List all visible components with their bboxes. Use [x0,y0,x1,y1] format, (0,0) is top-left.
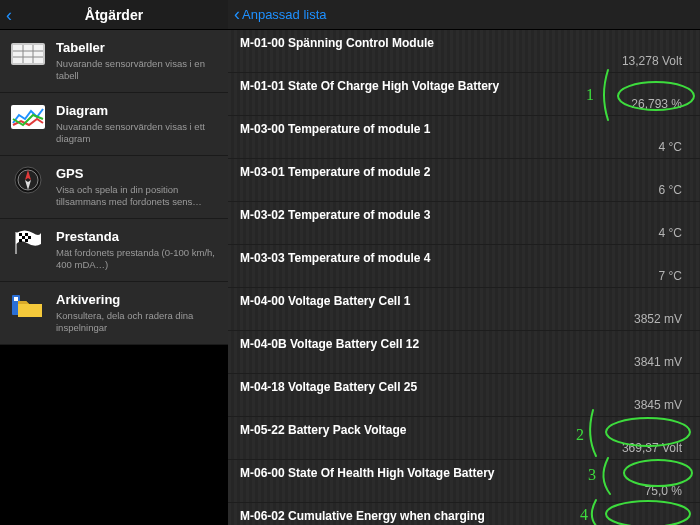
row-label: M-03-03 Temperature of module 4 [240,251,682,265]
list-item[interactable]: M-04-18 Voltage Battery Cell 25 3845 mV [228,374,700,417]
list-item[interactable]: M-01-00 Spänning Control Module 13,278 V… [228,30,700,73]
folder-icon [10,292,46,320]
row-value: 3841 mV [240,355,682,369]
row-label: M-01-00 Spänning Control Module [240,36,682,50]
list-item[interactable]: M-05-22 Battery Pack Voltage 369,37 Volt [228,417,700,460]
row-label: M-01-01 State Of Charge High Voltage Bat… [240,79,682,93]
sidebar-item-label: Arkivering [56,292,218,308]
row-value: 6 °C [240,183,682,197]
row-value: 75,0 % [240,484,682,498]
chart-icon [10,103,46,131]
list-item[interactable]: M-01-01 State Of Charge High Voltage Bat… [228,73,700,116]
sidebar-item-prestanda[interactable]: Prestanda Mät fordonets prestanda (0-100… [0,219,228,282]
row-value: 3852 mV [240,312,682,326]
list-item[interactable]: M-04-00 Voltage Battery Cell 1 3852 mV [228,288,700,331]
row-value: 7 °C [240,269,682,283]
svg-rect-19 [14,297,18,301]
compass-icon [10,166,46,194]
svg-rect-13 [25,233,28,236]
list-item[interactable]: M-04-0B Voltage Battery Cell 12 3841 mV [228,331,700,374]
sidebar-item-desc: Nuvarande sensorvärden visas i en tabell [56,58,218,82]
list-item[interactable]: M-03-00 Temperature of module 1 4 °C [228,116,700,159]
sidebar-item-label: Tabeller [56,40,218,56]
main-header: ‹ Anpassad lista [228,0,700,30]
row-label: M-06-02 Cumulative Energy when charging [240,509,682,523]
table-icon [10,40,46,68]
row-label: M-03-00 Temperature of module 1 [240,122,682,136]
sidebar-menu: Tabeller Nuvarande sensorvärden visas i … [0,30,228,345]
svg-rect-1 [13,45,43,63]
svg-rect-15 [28,236,31,239]
list-item[interactable]: M-06-02 Cumulative Energy when charging … [228,503,700,525]
svg-rect-16 [19,239,22,242]
row-value: 13,278 Volt [240,54,682,68]
row-label: M-06-00 State Of Health High Voltage Bat… [240,466,682,480]
list-item[interactable]: M-03-01 Temperature of module 2 6 °C [228,159,700,202]
row-value: 4 °C [240,226,682,240]
sidebar-item-label: GPS [56,166,218,182]
sidebar-item-desc: Visa och spela in din position tillsamma… [56,184,218,208]
sidebar-item-label: Prestanda [56,229,218,245]
sidebar-item-arkivering[interactable]: Arkivering Konsultera, dela och radera d… [0,282,228,345]
sidebar-item-tabeller[interactable]: Tabeller Nuvarande sensorvärden visas i … [0,30,228,93]
main-panel: ‹ Anpassad lista M-01-00 Spänning Contro… [228,0,700,525]
row-label: M-03-01 Temperature of module 2 [240,165,682,179]
sidebar-item-label: Diagram [56,103,218,119]
row-value: 4 °C [240,140,682,154]
svg-rect-17 [25,239,28,242]
row-value: 26,793 % [240,97,682,111]
sidebar: ‹ Åtgärder Tabeller Nuvarande sensorvärd… [0,0,228,525]
back-icon[interactable]: ‹ [234,4,240,25]
back-label[interactable]: Anpassad lista [242,7,327,22]
row-label: M-03-02 Temperature of module 3 [240,208,682,222]
svg-rect-14 [22,236,25,239]
svg-rect-12 [19,233,22,236]
sidebar-item-desc: Konsultera, dela och radera dina inspeln… [56,310,218,334]
row-label: M-04-18 Voltage Battery Cell 25 [240,380,682,394]
back-icon[interactable]: ‹ [6,6,12,24]
row-value: 369,37 Volt [240,441,682,455]
row-label: M-04-0B Voltage Battery Cell 12 [240,337,682,351]
row-label: M-05-22 Battery Pack Voltage [240,423,682,437]
sidebar-empty [0,345,228,525]
sidebar-item-diagram[interactable]: Diagram Nuvarande sensorvärden visas i e… [0,93,228,156]
row-value: 3845 mV [240,398,682,412]
list-item[interactable]: M-03-03 Temperature of module 4 7 °C [228,245,700,288]
sidebar-header: ‹ Åtgärder [0,0,228,30]
list-item[interactable]: M-03-02 Temperature of module 3 4 °C [228,202,700,245]
sidebar-item-gps[interactable]: GPS Visa och spela in din position tills… [0,156,228,219]
row-label: M-04-00 Voltage Battery Cell 1 [240,294,682,308]
flag-icon [10,229,46,257]
sidebar-item-desc: Mät fordonets prestanda (0-100 km/h, 400… [56,247,218,271]
sidebar-title: Åtgärder [85,7,143,23]
sidebar-item-desc: Nuvarande sensorvärden visas i ett diagr… [56,121,218,145]
sensor-list[interactable]: M-01-00 Spänning Control Module 13,278 V… [228,30,700,525]
list-item[interactable]: M-06-00 State Of Health High Voltage Bat… [228,460,700,503]
